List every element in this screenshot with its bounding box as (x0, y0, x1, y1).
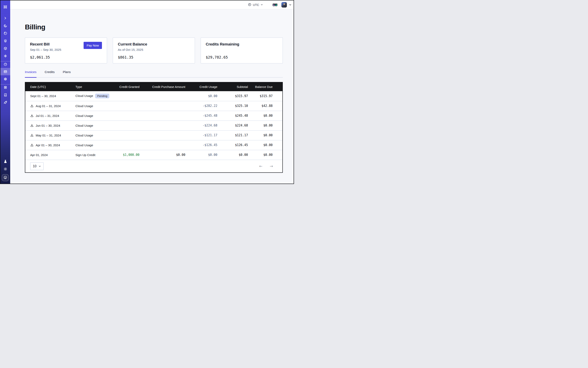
column-header: Balance Due (250, 83, 282, 91)
credit-usage-cell: -$121.17 (187, 130, 219, 140)
pagination-arrows: ← → (258, 163, 274, 169)
credit-usage-cell: $0.00 (187, 150, 219, 160)
table-body: Sept 01 – 30, 2024Cloud UsagePending$0.0… (25, 91, 282, 160)
viewer-glasses-icon[interactable] (272, 3, 278, 7)
download-invoice-icon[interactable] (30, 124, 34, 127)
invoice-date: Apr 01 – 30, 2024 (36, 143, 60, 147)
timezone-label: UTC (253, 3, 259, 7)
credits-remaining-amount: $29,782.65 (206, 55, 278, 59)
page-size-value: 10 (33, 165, 36, 168)
column-header: Credit Purchase Amount (141, 83, 187, 91)
credit-usage-cell: $0.00 (187, 91, 219, 101)
live-spiral-icon[interactable] (0, 23, 10, 28)
invoice-date: Sept 01 – 30, 2024 (30, 94, 56, 98)
chevron-down-icon (38, 165, 41, 167)
table-row: Jul 01 – 31, 2024Cloud Usage-$245.48$245… (25, 111, 282, 120)
chevron-down-icon (261, 3, 263, 7)
invoice-date: May 01 – 31, 2024 (36, 134, 61, 137)
balance-due-cell: $42.88 (250, 101, 282, 111)
credit-purchase-cell (141, 91, 187, 101)
usage-gauge-icon[interactable] (0, 62, 10, 67)
recent-bill-amount: $2,061.35 (30, 55, 102, 59)
credit-usage-cell: -$224.68 (187, 120, 219, 130)
theme-sun-icon[interactable] (0, 166, 10, 171)
svg-text:$: $ (5, 177, 6, 179)
history-icon[interactable] (0, 31, 10, 36)
settings-gear-icon[interactable] (0, 76, 10, 81)
modal-logo-icon[interactable] (0, 4, 10, 9)
download-invoice-icon[interactable] (30, 134, 34, 137)
subtotal-cell: $325.10 (219, 101, 250, 111)
topbar: UTC (10, 0, 294, 9)
subtotal-cell: $224.68 (219, 120, 250, 130)
account-menu-chevron-down-icon[interactable] (289, 3, 291, 6)
invoice-type: Cloud Usage (75, 143, 93, 147)
support-helm-icon[interactable] (0, 85, 10, 90)
cube-icon[interactable] (0, 46, 10, 51)
next-page-button[interactable]: → (269, 163, 274, 169)
download-invoice-icon[interactable] (30, 143, 34, 147)
invoice-type: Cloud Usage (75, 124, 93, 127)
column-header: Type (74, 83, 115, 91)
credit-granted-cell (115, 91, 141, 101)
credit-purchase-cell: $0.00 (141, 150, 187, 160)
current-balance-card: Current Balance As of Oct 15, 2025 $861.… (113, 37, 195, 64)
asterisk-icon[interactable] (0, 54, 10, 58)
credit-granted-cell: $1,000.00 (115, 150, 141, 160)
balance-due-cell: $0.00 (250, 150, 282, 160)
table-row: Jun 01 – 30, 2024Cloud Usage-$224.68$224… (25, 120, 282, 130)
prev-page-button[interactable]: ← (258, 163, 263, 169)
table-footer: 10 ← → (25, 160, 282, 172)
sidebar-divider (0, 61, 10, 61)
invoice-type: Cloud Usage (75, 114, 93, 118)
credits-dollar-badge-icon[interactable]: $ (2, 174, 9, 181)
sidebar: $ (0, 0, 10, 184)
balance-as-of: As of Oct 15, 2025 (118, 48, 190, 52)
invoice-date: Jun 01 – 30, 2024 (36, 124, 60, 127)
page-size-select[interactable]: 10 (30, 162, 44, 170)
balance-due-cell: $315.97 (250, 91, 282, 101)
download-invoice-icon[interactable] (30, 104, 34, 108)
credit-purchase-cell (141, 130, 187, 140)
sidebar-item-billing[interactable] (0, 68, 10, 75)
download-invoice-icon[interactable] (30, 114, 34, 118)
collapse-sidebar-icon[interactable] (0, 16, 10, 21)
card-sub-empty (206, 48, 278, 52)
timezone-select[interactable]: UTC (248, 3, 263, 7)
credit-usage-cell: -$282.22 (187, 101, 219, 111)
user-avatar[interactable] (281, 2, 287, 8)
subtotal-cell: $121.17 (219, 130, 250, 140)
invoice-type: Cloud Usage (75, 134, 93, 137)
table-header-row: Date (UTC)TypeCredit GrantedCredit Purch… (25, 83, 282, 91)
card-title: Credits Remaining (206, 42, 278, 46)
app-window: $ UTC (0, 0, 294, 184)
column-header: Subtotal (219, 83, 250, 91)
launch-rocket-icon[interactable] (0, 100, 10, 105)
table-row: Apr 01 – 30, 2024Cloud Usage-$126.45$126… (25, 140, 282, 150)
credit-usage-cell: -$245.48 (187, 111, 219, 120)
docs-book-icon[interactable] (0, 92, 10, 97)
credit-usage-cell: -$126.45 (187, 140, 219, 150)
invoice-date: Aug 01 – 31, 2024 (36, 104, 61, 108)
invoice-date: Apr 01, 2024 (30, 153, 48, 157)
tab-credits[interactable]: Credits (45, 70, 55, 78)
credit-granted-cell (115, 120, 141, 130)
layers-icon[interactable] (0, 38, 10, 43)
pay-now-button[interactable]: Pay Now (84, 42, 102, 49)
column-header: Date (UTC) (25, 83, 74, 91)
table-row: Apr 01, 2024Sign Up Credit$1,000.00$0.00… (25, 150, 282, 160)
credit-granted-cell (115, 111, 141, 120)
labs-flask-icon[interactable] (0, 159, 10, 164)
credit-granted-cell (115, 140, 141, 150)
credit-purchase-cell (141, 120, 187, 130)
credit-purchase-cell (141, 111, 187, 120)
billing-page: Billing Recent Bill Pay Now Sep 01 – Sep… (10, 9, 294, 184)
table-row: Sept 01 – 30, 2024Cloud UsagePending$0.0… (25, 91, 282, 101)
tab-plans[interactable]: Plans (63, 70, 71, 78)
invoices-table: Date (UTC)TypeCredit GrantedCredit Purch… (25, 82, 283, 173)
tab-invoices[interactable]: Invoices (25, 70, 36, 78)
column-header: Credit Granted (115, 83, 141, 91)
current-balance-amount: $861.35 (118, 55, 190, 59)
credit-purchase-cell (141, 101, 187, 111)
balance-due-cell: $0.00 (250, 140, 282, 150)
